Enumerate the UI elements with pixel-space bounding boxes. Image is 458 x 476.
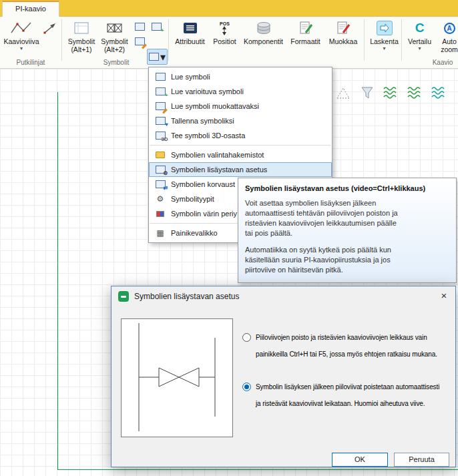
radio-option-automatic-cleanup[interactable]: Symbolin lisäyksen jälkeen piiloviivat p…	[242, 379, 439, 412]
symbol-color-icon	[154, 208, 166, 219]
read-symbol-icon	[154, 71, 166, 82]
symbol-types-icon: ⚙	[154, 194, 166, 204]
ribbon-tab-bar: PI-kaavio	[0, 0, 458, 17]
line-arrow-icon	[43, 22, 57, 35]
symbolit-alt1-label: Symbolit (Alt+1)	[68, 37, 95, 53]
tooltip-body: Automatiikka on syytä kytkeä pois päältä…	[245, 245, 449, 275]
menu-item-symbolien-valintahakemistot[interactable]: Symbolien valintahakemistot	[149, 148, 332, 162]
radio-unselected-icon	[242, 333, 251, 342]
dialog-title: Symbolien lisäystavan asetus	[134, 292, 239, 301]
menu-item-symbolien-lisaystavan-asetus[interactable]: ⚙ Symbolien lisäystavan asetus	[149, 162, 332, 177]
symbolit-alt1-button[interactable]: Symbolit (Alt+1)	[65, 19, 97, 53]
ribbon-separator	[168, 19, 169, 61]
dashed-triangle-tool[interactable]	[334, 84, 353, 101]
group-label-symbolit: Symbolit	[65, 58, 167, 67]
menu-item-label: Symbolityypit	[171, 195, 214, 203]
ribbon-separator	[61, 19, 62, 61]
menu-item-lue-varioituva-symboli[interactable]: + Lue varioituva symboli	[149, 84, 332, 99]
tab-pi-kaavio[interactable]: PI-kaavio	[2, 1, 59, 17]
document-pencil-icon	[298, 19, 314, 37]
edit-pencil-icon	[335, 19, 351, 37]
tooltip-title: Symbolien lisäystavan asetus (video=Ctrl…	[245, 184, 449, 192]
waves-layer-icon[interactable]	[382, 84, 401, 101]
tooltip: Symbolien lisäystavan asetus (video=Ctrl…	[238, 178, 457, 283]
read-symbol-small-button[interactable]	[132, 20, 148, 33]
menu-item-label: Symbolien valintahakemistot	[171, 151, 264, 159]
position-tag-icon: POS	[220, 19, 230, 37]
auto-zoom-icon: A	[444, 19, 455, 37]
muokkaa-button[interactable]: Muokkaa	[325, 19, 361, 45]
radio-option-manual-cleanup[interactable]: Piiloviivojen poisto ja risteävien kaavi…	[242, 329, 437, 363]
symbol-stamp-pencil-icon	[135, 37, 145, 45]
chevron-down-icon: ▾	[418, 46, 421, 51]
autozoom-label: Auto zoom	[436, 37, 458, 53]
chevron-down-icon: ▾	[20, 46, 23, 51]
menu-item-label: Lue varioituva symboli	[171, 87, 244, 95]
menu-item-label: Symbolien lisäystavan asetus	[171, 166, 267, 174]
filter-funnel-icon[interactable]	[358, 84, 377, 101]
button-grid-icon: ▦	[154, 228, 166, 238]
ribbon-separator	[364, 19, 365, 61]
double-symbol-icon	[106, 19, 124, 37]
add-symbol-small-button[interactable]: +	[148, 20, 164, 33]
symbolit-alt2-button[interactable]: Symbolit (Alt+2)	[98, 19, 131, 53]
menu-separator	[150, 145, 330, 146]
menu-item-label: Lue symboli	[171, 73, 210, 81]
menu-item-label: Tallenna symboliksi	[171, 117, 234, 125]
radio-option-manual-label: Piiloviivojen poisto ja risteävien kaavi…	[256, 329, 437, 363]
menu-item-label: Symbolien korvaust	[171, 180, 235, 188]
waves-layer-icon[interactable]	[406, 84, 425, 101]
komponentit-button[interactable]: Komponentit	[241, 19, 286, 45]
vertailu-button[interactable]: C Vertailu ▾	[404, 19, 435, 51]
menu-item-label: Lue symboli muokattavaksi	[171, 102, 259, 110]
folder-icon	[154, 150, 166, 160]
ribbon-separator	[401, 19, 402, 61]
menu-item-tee-symboli-3d-osasta[interactable]: 3D Tee symboli 3D-osasta	[149, 128, 332, 143]
symbol-from-3d-icon: 3D	[154, 130, 166, 141]
close-icon[interactable]: ×	[433, 286, 455, 305]
group-label-kaavio: Kaavio	[427, 58, 458, 67]
attribuutit-label: Attribuutit	[175, 37, 204, 45]
formaatit-label: Formaatit	[290, 37, 320, 45]
calculation-arrow-icon	[377, 19, 393, 37]
cancel-button[interactable]: Peruuta	[394, 453, 449, 467]
ok-button[interactable]: OK	[332, 453, 388, 467]
positiot-button[interactable]: POS Positiot	[209, 19, 240, 45]
database-icon	[255, 19, 272, 37]
radio-option-automatic-label: Symbolin lisäyksen jälkeen piiloviivat p…	[256, 379, 439, 412]
symbol-frame-icon	[73, 19, 90, 37]
replace-symbol-icon: ⇄	[154, 179, 166, 190]
menu-item-label: Symbolin värin periy	[171, 210, 237, 218]
kaavioviiva-button[interactable]: Kaavioviiva ▾	[2, 19, 41, 51]
muokkaa-label: Muokkaa	[329, 37, 358, 45]
attributes-icon	[184, 19, 197, 37]
menu-item-lue-symboli[interactable]: Lue symboli	[149, 69, 332, 84]
vertailu-label: Vertailu	[408, 37, 431, 45]
radio-selected-icon	[242, 383, 251, 391]
sheet-border-vertical	[57, 92, 58, 470]
menu-item-tallenna-symboliksi[interactable]: ▾ Tallenna symboliksi	[149, 113, 332, 128]
app-logo-icon	[118, 291, 129, 302]
symbol-insert-settings-dialog: Symbolien lisäystavan asetus × Piiloviiv…	[111, 286, 456, 467]
compare-icon: C	[415, 19, 425, 37]
menu-item-lue-symboli-muokattavaksi[interactable]: Lue symboli muokattavaksi	[149, 99, 332, 113]
menu-item-label: Painikevalikko	[171, 229, 218, 237]
komponentit-label: Komponentit	[244, 37, 283, 45]
line-arrow-button[interactable]	[41, 21, 59, 37]
autozoom-button[interactable]: A Auto zoom	[436, 19, 458, 53]
edit-symbol-small-button[interactable]	[132, 35, 148, 48]
symbol-settings-icon: ⚙	[154, 164, 166, 175]
laskenta-label: Laskenta	[370, 37, 399, 45]
formaatit-button[interactable]: Formaatit	[286, 19, 324, 45]
laskenta-button[interactable]: Laskenta ▾	[368, 19, 401, 51]
attribuutit-button[interactable]: Attribuutit	[172, 19, 208, 45]
application-window: PI-kaavio Kaavioviiva ▾ Putkilinjat Symb…	[0, 0, 458, 476]
group-label-putkilinjat: Putkilinjat	[2, 58, 59, 67]
waves-layer-icon[interactable]	[430, 84, 449, 101]
save-symbol-icon: ▾	[154, 115, 166, 126]
symbol-stamp-plus-icon: +	[152, 23, 162, 31]
chevron-down-icon: ▾	[383, 46, 385, 51]
dialog-titlebar: Symbolien lisäystavan asetus ×	[111, 286, 455, 306]
positiot-label: Positiot	[213, 37, 236, 45]
symbolit-alt2-label: Symbolit (Alt+2)	[101, 37, 128, 53]
